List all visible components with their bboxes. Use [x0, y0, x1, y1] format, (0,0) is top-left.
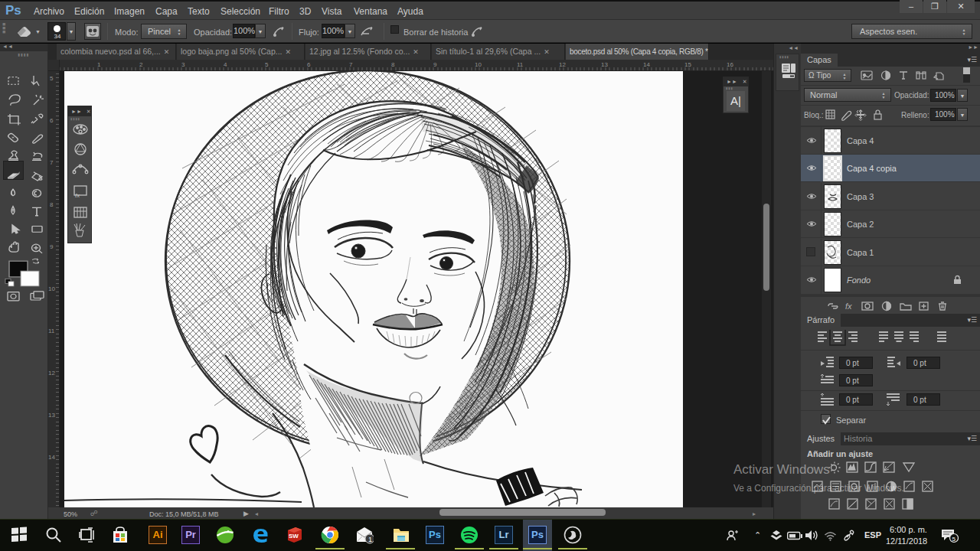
svg-text:5: 5	[952, 536, 956, 543]
svg-text:fx: fx	[845, 302, 852, 311]
svg-text:SW: SW	[289, 533, 299, 540]
svg-text:fx: fx	[75, 192, 80, 199]
svg-text:1: 1	[368, 536, 372, 543]
